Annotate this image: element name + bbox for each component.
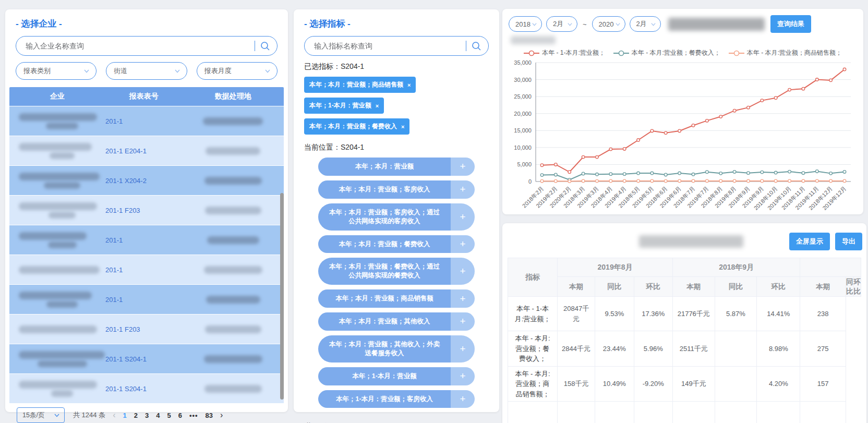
pager-ellipsis[interactable]: ••• bbox=[189, 412, 198, 419]
plus-icon[interactable]: + bbox=[451, 390, 475, 408]
page-number[interactable]: 1 bbox=[123, 412, 126, 419]
table-row[interactable]: 201-1 E204-1 bbox=[9, 136, 284, 165]
plus-icon[interactable]: + bbox=[451, 235, 475, 253]
location-redacted bbox=[182, 207, 284, 214]
table-row[interactable]: 201-1 bbox=[9, 255, 284, 284]
indicator-search-input[interactable] bbox=[304, 36, 489, 56]
value-cell bbox=[673, 402, 715, 423]
indicator-option-label: 本年；本月：营业额；餐费收入；通过公共网络实现的餐费收入 bbox=[318, 258, 451, 285]
enterprise-panel-title: - 选择企业 - bbox=[5, 9, 288, 35]
end-year-select[interactable]: 2020 bbox=[592, 16, 625, 32]
search-icon[interactable] bbox=[471, 41, 481, 51]
value-cell: 9.53% bbox=[595, 297, 634, 331]
plus-icon[interactable]: + bbox=[451, 258, 475, 285]
indicator-option-button[interactable]: 本年；1-本月：营业额+ bbox=[318, 367, 475, 385]
redacted-text bbox=[204, 385, 262, 393]
tag-label: 本年；本月：营业额；餐费收入 bbox=[309, 122, 397, 131]
next-page-arrow[interactable]: › bbox=[220, 410, 223, 420]
indicator-option-button[interactable]: 本年；本月：营业额；商品销售额+ bbox=[318, 289, 475, 308]
tag-label: 本年；1-本月：营业额 bbox=[309, 101, 371, 110]
indicator-option-button[interactable]: 本年；本月：营业额；其他收入；外卖送餐服务收入+ bbox=[318, 335, 475, 362]
start-year-select[interactable]: 2018 bbox=[509, 16, 542, 32]
filter-select-0[interactable]: 报表类别 bbox=[16, 62, 97, 80]
table-row[interactable]: 201-1 S204-1 bbox=[9, 374, 284, 403]
svg-text:0: 0 bbox=[528, 178, 532, 185]
page-number[interactable]: 83 bbox=[206, 412, 213, 419]
filter-select-2[interactable]: 报表月度 bbox=[197, 62, 278, 80]
page-number[interactable]: 3 bbox=[145, 412, 149, 419]
redacted-text bbox=[204, 177, 262, 185]
table-row[interactable]: 201-1 bbox=[9, 285, 284, 314]
close-icon[interactable]: × bbox=[401, 124, 404, 130]
indicator-option-button[interactable]: 本年；本月：营业额；客房收入+ bbox=[318, 180, 475, 199]
col-header-enterprise: 企业 bbox=[9, 92, 105, 101]
redacted-text bbox=[19, 351, 105, 359]
plus-icon[interactable]: + bbox=[451, 289, 475, 308]
search-icon[interactable] bbox=[260, 41, 270, 51]
chevron-down-icon bbox=[650, 21, 656, 27]
value-cell: -9.20% bbox=[634, 366, 672, 402]
table-row[interactable]: 201-1 bbox=[9, 106, 284, 136]
start-month-select[interactable]: 2月 bbox=[546, 16, 577, 32]
redacted-title bbox=[639, 235, 743, 248]
page-size-select[interactable]: 15条/页 bbox=[17, 407, 65, 423]
indicator-name-cell: 本年 - 本月:营业额；餐费收入； bbox=[508, 331, 558, 367]
table-row[interactable]: 201-1 F203 bbox=[9, 315, 284, 344]
close-icon[interactable]: × bbox=[407, 82, 411, 88]
legend-marker-icon bbox=[524, 50, 539, 56]
legend-item[interactable]: 本年 - 本月:营业额；商品销售额； bbox=[729, 49, 842, 57]
prev-page-arrow[interactable]: ‹ bbox=[113, 410, 115, 420]
plus-icon[interactable]: + bbox=[451, 312, 475, 331]
page-number[interactable]: 4 bbox=[156, 412, 160, 419]
close-icon[interactable]: × bbox=[376, 103, 379, 109]
legend-item[interactable]: 本年 - 本月:营业额；餐费收入； bbox=[613, 49, 720, 57]
table-row[interactable]: 201-1 X204-2 bbox=[9, 166, 284, 195]
indicator-option-button[interactable]: 本年；1-本月：营业额；客房收入+ bbox=[318, 390, 475, 408]
end-month-select[interactable]: 2月 bbox=[630, 16, 661, 32]
plus-icon[interactable]: + bbox=[451, 180, 475, 199]
enterprise-search-input[interactable] bbox=[16, 36, 278, 56]
indicator-option-button[interactable]: 本年；本月：营业额；客房收入；通过公共网络实现的客房收入+ bbox=[318, 203, 475, 231]
table-row[interactable]: 201-1 S204-1 bbox=[9, 344, 284, 373]
indicator-option-label: 本年；本月：营业额 bbox=[318, 158, 451, 176]
value-cell: 21776千元 bbox=[673, 297, 715, 331]
tag-label: 本年；本月：营业额；商品销售额 bbox=[309, 80, 403, 89]
selected-indicator-tag: 本年；本月：营业额；餐费收入× bbox=[304, 118, 409, 135]
value-cell: 14.41% bbox=[757, 297, 800, 331]
indicator-option-button[interactable]: 本年；本月：营业额；其他收入+ bbox=[318, 312, 475, 331]
chevron-down-icon bbox=[264, 68, 271, 74]
legend-item[interactable]: 本年 - 1-本月:营业额； bbox=[524, 49, 605, 57]
scrollbar-thumb[interactable] bbox=[280, 193, 284, 400]
export-button[interactable]: 导出 bbox=[835, 233, 862, 250]
indicator-option-button[interactable]: 本年；本月：营业额+ bbox=[318, 158, 475, 176]
indicator-option-button[interactable]: 本年；本月：营业额；餐费收入；通过公共网络实现的餐费收入+ bbox=[318, 258, 475, 285]
indicator-option-button[interactable]: 本年；本月：营业额；餐费收入+ bbox=[318, 235, 475, 253]
plus-icon[interactable]: + bbox=[451, 367, 475, 385]
page-number[interactable]: 2 bbox=[134, 412, 138, 419]
filter-label: 街道 bbox=[114, 66, 127, 76]
plus-icon[interactable]: + bbox=[451, 335, 475, 362]
line-chart-svg: 05,00010,00015,00020,00025,00030,00035,0… bbox=[507, 58, 857, 211]
divider bbox=[466, 41, 466, 51]
page-number[interactable]: 6 bbox=[178, 412, 182, 419]
redacted-text bbox=[51, 390, 73, 397]
redacted-text bbox=[46, 123, 78, 129]
col-header-report-no: 报表表号 bbox=[105, 92, 182, 101]
value-cell: 157 bbox=[800, 366, 846, 402]
page-number[interactable]: 5 bbox=[167, 412, 171, 419]
plus-icon[interactable]: + bbox=[451, 158, 475, 176]
plus-icon[interactable]: + bbox=[451, 203, 475, 231]
filter-label: 报表月度 bbox=[204, 66, 232, 76]
metric-column-header: 本期 bbox=[673, 277, 715, 297]
table-row[interactable]: 201-1 bbox=[9, 225, 284, 255]
query-result-button[interactable]: 查询结果 bbox=[770, 15, 811, 33]
month-group-header bbox=[800, 258, 861, 277]
filter-select-1[interactable]: 街道 bbox=[106, 62, 187, 80]
enterprise-name-redacted bbox=[9, 232, 105, 248]
redacted-text bbox=[19, 232, 87, 240]
result-table: 指标2019年8月2018年9月本期同比环比本期同比环比本期同比环比本年 - 1… bbox=[508, 258, 861, 423]
fullscreen-button[interactable]: 全屏显示 bbox=[789, 233, 830, 250]
legend-marker-icon bbox=[613, 50, 629, 56]
table-row[interactable]: 201-1 F203 bbox=[9, 196, 284, 225]
selected-code: S204-1 bbox=[341, 62, 364, 70]
